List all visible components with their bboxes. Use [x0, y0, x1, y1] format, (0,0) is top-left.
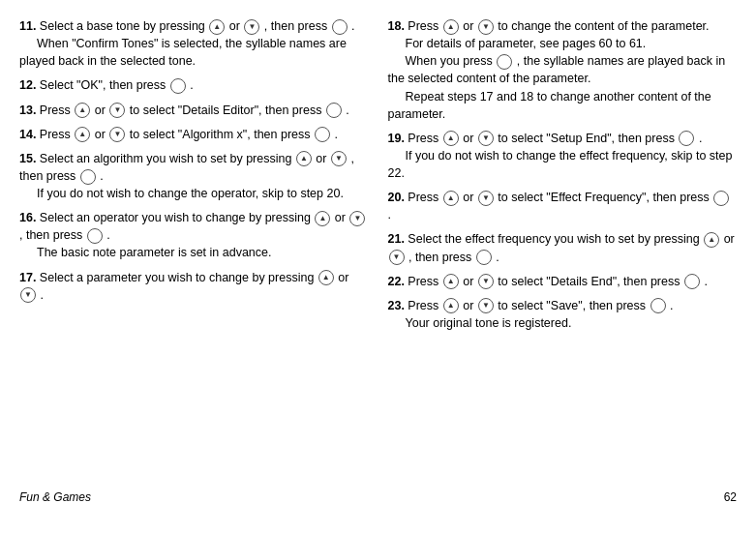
step-19-subtext: If you do not wish to change the effect …	[388, 149, 733, 180]
step-18-subtext1: For details of parameter, see pages 60 t…	[406, 37, 647, 50]
step-number-18: 18.	[388, 19, 405, 33]
down-icon	[331, 151, 347, 166]
step-13: 13. Press or to select "Details Editor",…	[19, 102, 369, 119]
down-icon	[349, 211, 365, 226]
step-21: 21. Select the effect frequency you wish…	[388, 230, 738, 265]
footer-page: 62	[724, 490, 737, 504]
down-icon	[20, 287, 36, 303]
step-12: 12. Select "OK", then press .	[19, 76, 369, 94]
step-15-subtext: If you do not wish to change the operato…	[37, 187, 344, 200]
step-number-13: 13.	[19, 104, 36, 117]
enter-icon	[332, 19, 348, 35]
step-number-21: 21.	[388, 232, 405, 246]
up-icon	[318, 270, 334, 285]
step-number-14: 14.	[19, 128, 36, 141]
step-22: 22. Press or to select "Details End", th…	[388, 273, 738, 290]
step-number-12: 12.	[19, 78, 36, 92]
step-18-subtext2: When you press , the syllable names are …	[388, 54, 726, 85]
step-number-11: 11.	[19, 19, 36, 33]
down-icon	[478, 191, 494, 206]
up-icon	[443, 191, 459, 206]
up-icon	[443, 298, 459, 313]
down-icon	[389, 250, 405, 265]
step-number-20: 20.	[388, 191, 405, 204]
step-16-subtext: The basic note parameter is set in advan…	[37, 246, 272, 259]
step-11: 11. Select a base tone by pressing or , …	[19, 17, 369, 70]
step-20: 20. Press or to select "Effect Frequency…	[388, 189, 738, 223]
step-number-23: 23.	[388, 299, 405, 312]
step-18: 18. Press or to change the content of th…	[388, 17, 738, 123]
enter-icon	[679, 131, 694, 146]
step-number-19: 19.	[388, 132, 405, 145]
step-number-17: 17.	[19, 271, 36, 284]
step-23: 23. Press or to select "Save", then pres…	[388, 297, 738, 332]
down-icon	[478, 274, 494, 289]
enter-icon	[684, 274, 700, 289]
content-area: 11. Select a base tone by pressing or , …	[19, 17, 737, 485]
step-18-subtext3: Repeat steps 17 and 18 to change another…	[388, 90, 711, 121]
step-number-16: 16.	[19, 211, 36, 224]
up-icon	[315, 211, 330, 226]
down-icon	[478, 131, 494, 146]
down-icon	[478, 19, 494, 35]
enter-icon	[326, 103, 342, 118]
enter-icon	[87, 228, 103, 244]
enter-icon	[80, 169, 96, 185]
footer: Fun & Games 62	[19, 485, 737, 504]
step-14: 14. Press or to select "Algorithm x", th…	[19, 126, 369, 143]
up-icon	[75, 103, 90, 118]
down-icon	[244, 19, 259, 35]
enter-icon	[713, 191, 729, 206]
up-icon	[443, 131, 459, 146]
enter-icon	[650, 298, 666, 313]
up-icon	[75, 127, 90, 142]
step-16: 16. Select an operator you wish to chang…	[19, 209, 369, 261]
up-icon	[296, 151, 312, 166]
enter-icon	[497, 54, 512, 70]
left-column: 11. Select a base tone by pressing or , …	[19, 17, 369, 485]
down-icon	[109, 127, 125, 142]
step-19: 19. Press or to select "Setup End", then…	[388, 130, 738, 182]
page-container: 11. Select a base tone by pressing or , …	[0, 0, 756, 533]
up-icon	[209, 19, 225, 35]
down-icon	[478, 298, 494, 313]
up-icon	[443, 19, 459, 35]
right-column: 18. Press or to change the content of th…	[388, 17, 738, 485]
down-icon	[109, 103, 125, 118]
step-11-subtext: When "Confirm Tones" is selected, the sy…	[19, 37, 347, 68]
up-icon	[443, 274, 459, 289]
enter-icon	[476, 250, 492, 265]
up-icon	[704, 232, 719, 248]
step-15: 15. Select an algorithm you wish to set …	[19, 150, 369, 202]
step-23-subtext: Your original tone is registered.	[406, 316, 572, 330]
footer-left: Fun & Games	[19, 490, 91, 504]
enter-icon	[170, 78, 186, 94]
step-17: 17. Select a parameter you wish to chang…	[19, 269, 369, 304]
step-number-22: 22.	[388, 275, 405, 288]
enter-icon	[315, 127, 330, 142]
step-number-15: 15.	[19, 152, 36, 165]
